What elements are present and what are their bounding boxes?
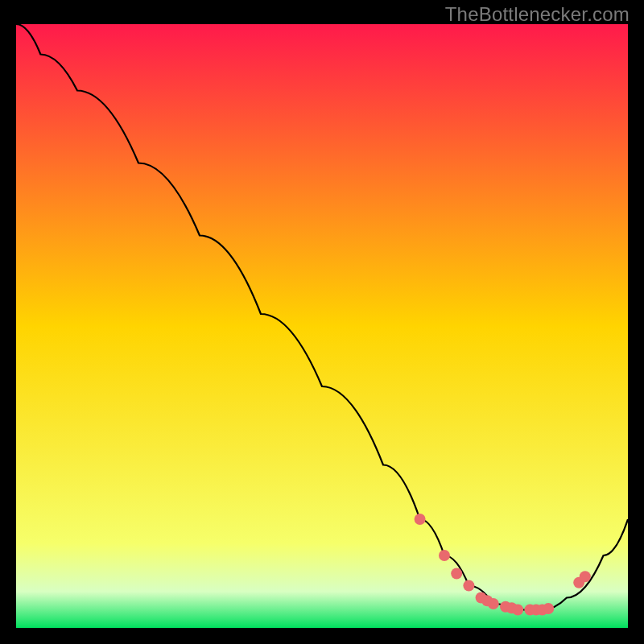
marker-dot: [488, 598, 499, 609]
attribution-text: TheBottlenecker.com: [445, 3, 630, 26]
chart-frame: TheBottlenecker.com: [0, 0, 644, 644]
bottleneck-chart: [16, 24, 628, 628]
marker-dot: [439, 550, 450, 561]
marker-dot: [543, 603, 554, 614]
gradient-backdrop: [16, 24, 628, 628]
marker-dot: [512, 605, 523, 616]
marker-dot: [451, 568, 462, 580]
marker-dot: [463, 580, 474, 592]
marker-dot: [415, 514, 426, 525]
marker-dot: [580, 571, 591, 582]
